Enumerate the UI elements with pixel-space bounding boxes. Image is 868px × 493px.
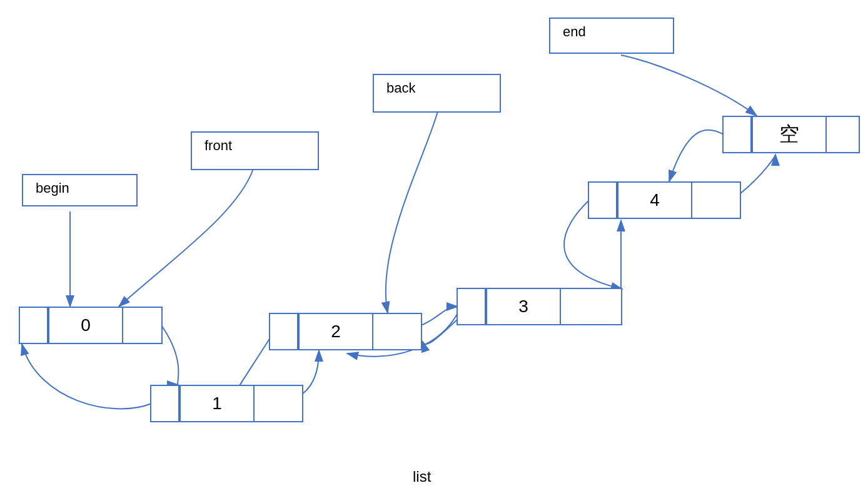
node-4-left-ptr <box>589 183 617 218</box>
node-0-value: 0 <box>48 308 123 343</box>
end-label: end <box>549 18 674 54</box>
begin-label: begin <box>22 174 138 206</box>
node-empty: 空 <box>722 116 860 153</box>
begin-text: begin <box>36 180 69 196</box>
back-text: back <box>386 80 415 96</box>
node-3-value: 3 <box>486 289 561 324</box>
node-2: 2 <box>269 313 422 350</box>
node-empty-value: 空 <box>752 117 827 152</box>
node-2-value: 2 <box>298 314 373 349</box>
node-4-value: 4 <box>617 183 692 218</box>
node-empty-right-ptr <box>827 117 855 152</box>
node-0-left-ptr <box>20 308 48 343</box>
node-1-left-ptr <box>151 386 179 421</box>
node-2-right-ptr <box>373 314 401 349</box>
node-4: 4 <box>588 181 741 219</box>
front-label: front <box>191 131 319 170</box>
node-1-right-ptr <box>255 386 283 421</box>
back-label: back <box>373 74 501 113</box>
node-4-right-ptr <box>692 183 720 218</box>
node-empty-left-ptr <box>724 117 752 152</box>
diagram-caption: list <box>413 468 431 485</box>
node-1: 1 <box>150 385 303 422</box>
node-0-right-ptr <box>123 308 151 343</box>
node-3-right-ptr <box>561 289 589 324</box>
node-3-left-ptr <box>458 289 486 324</box>
node-3: 3 <box>457 288 622 325</box>
front-text: front <box>204 138 232 153</box>
node-0: 0 <box>19 307 163 344</box>
end-text: end <box>563 24 586 39</box>
node-1-value: 1 <box>179 386 255 421</box>
node-2-left-ptr <box>270 314 298 349</box>
